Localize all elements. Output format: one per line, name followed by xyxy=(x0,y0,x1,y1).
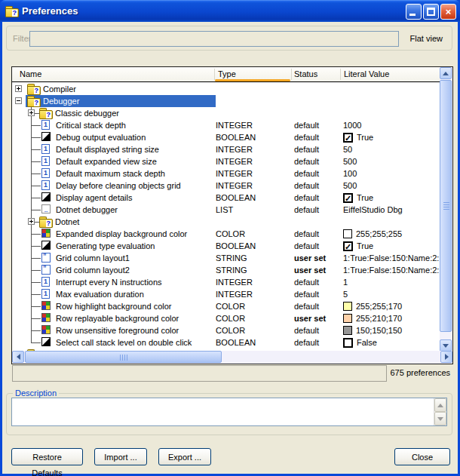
tree-rows: ?Compiler?Debugger?Classic debugger1Crit… xyxy=(12,83,440,351)
tree-branch-line xyxy=(31,306,41,307)
tree-row[interactable]: 1Default displayed string sizeINTEGERdef… xyxy=(12,143,440,155)
integer-icon: 1 xyxy=(41,289,50,299)
checkbox-unchecked-icon[interactable] xyxy=(343,338,353,348)
preference-type: INTEGER xyxy=(216,167,253,180)
column-header-status[interactable]: Status xyxy=(294,69,317,78)
tree-row[interactable]: ?Classic debugger xyxy=(12,107,440,119)
tree-branch-line xyxy=(31,342,41,343)
tree-row[interactable]: ?Compiler xyxy=(12,83,440,95)
preference-type: INTEGER xyxy=(216,155,253,167)
value-text: True xyxy=(357,131,373,143)
horizontal-scroll-thumb[interactable] xyxy=(25,351,222,363)
column-header-name[interactable]: Name xyxy=(20,69,41,78)
titlebar[interactable]: ? Preferences × xyxy=(0,0,460,22)
string-icon: ” xyxy=(41,265,51,275)
column-separator xyxy=(340,69,341,80)
preference-type: STRING xyxy=(216,264,247,276)
preference-name: Default displayed string size xyxy=(56,143,159,155)
preference-type: BOOLEAN xyxy=(216,240,256,252)
tree-row[interactable]: 1Default maximum stack depthINTEGERdefau… xyxy=(12,167,440,180)
preference-name: Default expanded view size xyxy=(56,155,157,167)
tree-row[interactable]: ”Grid column layout1STRINGuser set1:True… xyxy=(12,252,440,264)
scroll-left-button[interactable] xyxy=(12,351,24,363)
expand-icon[interactable] xyxy=(28,218,35,225)
tree-branch-line xyxy=(31,258,41,259)
folder-icon: ? xyxy=(27,96,39,106)
tree-row[interactable]: ..Dotnet debuggerLISTdefaultEiffelStudio… xyxy=(12,204,440,216)
window-title: Preferences xyxy=(22,5,78,17)
tree-row[interactable]: 1Delay before cleaning objects gridINTEG… xyxy=(12,180,440,192)
preference-name: Row highlight background color xyxy=(56,300,171,312)
checkbox-checked-icon[interactable] xyxy=(343,241,353,251)
preference-name: Classic debugger xyxy=(55,107,119,119)
tree-row[interactable]: Expanded display background colorCOLORde… xyxy=(12,228,440,240)
tree-row[interactable]: Select call stack level on double clickB… xyxy=(12,336,440,349)
tree-row[interactable]: 1Default expanded view sizeINTEGERdefaul… xyxy=(12,155,440,167)
preference-status: default xyxy=(294,131,319,143)
tree-branch-line xyxy=(31,198,41,198)
preference-value: 1:True:False:150:Name:2: xyxy=(343,252,439,264)
horizontal-scrollbar[interactable] xyxy=(12,351,452,364)
preference-status: default xyxy=(294,192,319,204)
tree-row[interactable]: Row replayable background colorCOLORuser… xyxy=(12,312,440,324)
expand-icon[interactable] xyxy=(28,109,35,116)
close-window-button[interactable]: × xyxy=(440,4,456,20)
preference-value: True xyxy=(343,192,373,204)
scroll-up-button[interactable] xyxy=(434,398,446,412)
description-scrollbar[interactable] xyxy=(434,398,446,425)
tree-row[interactable]: ”Grid column layout2STRINGuser set1:True… xyxy=(12,264,440,276)
collapse-icon[interactable] xyxy=(15,97,22,104)
vertical-scrollbar[interactable] xyxy=(440,67,452,352)
tree-row[interactable]: Row unsensitive foreground colorCOLORdef… xyxy=(12,324,440,336)
tree-row[interactable]: ?Debugger xyxy=(12,95,440,107)
list-icon: .. xyxy=(41,204,51,213)
tree-branch-line xyxy=(31,336,32,342)
import-button[interactable]: Import ... xyxy=(94,448,147,465)
column-header-type[interactable]: Type xyxy=(218,69,236,78)
tree-row[interactable]: 1Critical stack depthINTEGERdefault1000 xyxy=(12,119,440,131)
tree-row[interactable]: 1Interrupt every N instructionsINTEGERde… xyxy=(12,276,440,288)
preference-status: default xyxy=(294,300,319,312)
preference-status: default xyxy=(294,336,319,349)
preference-value: 5 xyxy=(343,288,348,300)
color-swatch xyxy=(343,326,352,335)
boolean-icon xyxy=(41,132,51,141)
preference-type: COLOR xyxy=(216,300,245,312)
description-textarea[interactable] xyxy=(11,398,447,426)
tree-row[interactable]: Display agent detailsBOOLEANdefaultTrue xyxy=(12,192,440,204)
export-button[interactable]: Export ... xyxy=(158,448,211,465)
scroll-up-button[interactable] xyxy=(440,67,452,79)
preference-type: COLOR xyxy=(216,324,245,336)
restore-defaults-button[interactable]: Restore Defaults xyxy=(11,448,83,465)
preference-status: user set xyxy=(294,264,326,276)
vertical-scroll-thumb[interactable] xyxy=(440,80,452,332)
folder-icon xyxy=(27,349,39,351)
filter-input[interactable] xyxy=(29,31,399,47)
tree-row[interactable]: 1Max evaluation durationINTEGERdefault5 xyxy=(12,288,440,300)
preference-name: Dotnet debugger xyxy=(56,204,118,216)
color-icon xyxy=(41,301,51,310)
tree-row[interactable]: ?Dotnet xyxy=(12,216,440,228)
minimize-button[interactable] xyxy=(406,4,422,20)
value-text: True xyxy=(357,240,373,252)
scroll-down-button[interactable] xyxy=(434,412,446,425)
column-separator xyxy=(291,69,292,80)
scroll-down-button[interactable] xyxy=(440,339,452,352)
tree-branch-line xyxy=(31,270,41,271)
expand-icon[interactable] xyxy=(15,85,22,92)
tree-row[interactable]: Row highlight background colorCOLORdefau… xyxy=(12,300,440,312)
preference-value: 1 xyxy=(343,276,348,288)
maximize-button[interactable] xyxy=(423,4,439,20)
column-header-literal-value[interactable]: Literal Value xyxy=(344,69,389,78)
preference-type: INTEGER xyxy=(216,119,253,131)
flat-view-toggle[interactable]: Flat view xyxy=(410,34,443,43)
checkbox-checked-icon[interactable] xyxy=(343,193,353,203)
checkbox-checked-icon[interactable] xyxy=(343,133,353,143)
close-button[interactable]: Close xyxy=(394,448,450,465)
preference-status: default xyxy=(294,228,319,240)
tree-row[interactable]: Debug output evaluationBOOLEANdefaultTru… xyxy=(12,131,440,143)
preference-status: default xyxy=(294,288,319,300)
tree-row[interactable]: Generating type evaluationBOOLEANdefault… xyxy=(12,240,440,252)
color-icon xyxy=(41,313,51,322)
scroll-right-button[interactable] xyxy=(440,351,452,363)
